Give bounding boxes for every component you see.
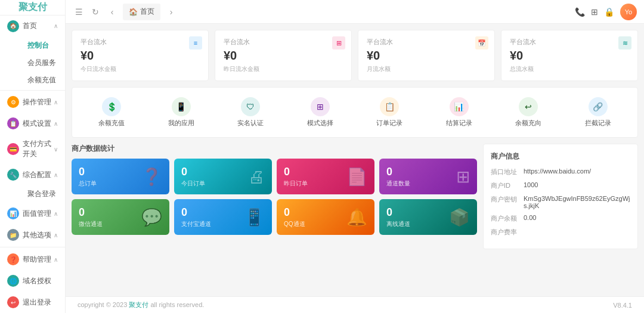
qn-setrecords[interactable]: 📊 结算记录	[426, 94, 493, 131]
sidebar-item-help[interactable]: ❓ 帮助管理 ∧	[0, 249, 65, 270]
stat-icon-3: ≋	[618, 36, 631, 49]
payment-icon: 💳	[7, 143, 19, 155]
sidebar-home-sub: 控制台 会员服务 余额充值	[0, 37, 65, 89]
operations-arrow: ∧	[54, 99, 58, 106]
topbar-back-btn[interactable]: ☰	[73, 6, 85, 18]
sidebar-group-other[interactable]: 📁 其他选项 ∧	[0, 224, 65, 246]
qn-realname[interactable]: 🛡 实名认证	[217, 94, 284, 131]
topbar-tab[interactable]: 🏠 首页	[123, 4, 160, 20]
sidebar-item-dashboard[interactable]: 控制台	[23, 37, 65, 54]
app-logo: 聚支付	[18, 1, 47, 14]
order-card-3: 0 通道数量 ⊞	[379, 159, 477, 194]
order-grid: 0 总订单 ❓ 0 今日订单 🖨 0	[72, 159, 477, 194]
stat-label-3: 平台流水	[510, 38, 629, 47]
qn-template[interactable]: ⊞ 模式选择	[287, 94, 354, 131]
sidebar-item-home[interactable]: 🏠 首页 ∧	[0, 16, 65, 37]
topbar-right: 📞 ⊞ 🔒 Yo	[575, 4, 637, 20]
topbar-nav-next[interactable]: ›	[165, 6, 177, 18]
stat-icon-0: ≡	[189, 36, 202, 49]
sidebar-item-domain[interactable]: 🌐 域名授权	[0, 270, 65, 292]
sidebar-item-membership[interactable]: 会员服务	[23, 54, 65, 72]
stat-label-0: 平台流水	[80, 38, 200, 47]
channel-card-0: 0 微信通道 💬	[72, 199, 169, 235]
sidebar-group-payment[interactable]: 💳 支付方式开关 ∨	[0, 134, 65, 164]
oc-val-0: 0	[79, 166, 97, 178]
qn-orders[interactable]: 📋 订单记录	[356, 94, 423, 131]
oc-label-0: 总订单	[79, 179, 97, 188]
topbar-refresh-btn[interactable]: ↻	[89, 6, 101, 18]
stat-icon-2: 📅	[475, 36, 488, 49]
stat-sub-3: 总流水额	[510, 65, 629, 73]
help-icon: ❓	[7, 253, 19, 265]
order-stats: 商户数据统计 0 总订单 ❓ 0 今日订单 🖨	[72, 144, 477, 249]
merchant-info-title: 商户信息	[491, 151, 630, 162]
sidebar-item-logout[interactable]: ↩ 退出登录	[0, 292, 65, 313]
stat-label-2: 平台流水	[367, 38, 486, 47]
topbar-phone-icon[interactable]: 📞	[575, 7, 585, 17]
oc-label-1: 今日订单	[181, 179, 205, 188]
oc-info-0: 0 总订单	[79, 166, 97, 188]
help-label: 帮助管理	[23, 255, 54, 265]
qn-myapp[interactable]: 📱 我的应用	[148, 94, 215, 131]
sidebar: 聚支付 🏠 首页 ∧ 控制台 会员服务 余额充值 ⚙ 操作管理 ∧ 📋 模式设置…	[0, 0, 66, 313]
channel-card-2: 0 QQ通道 🔔	[277, 199, 374, 235]
stat-card-2: 平台流水 ¥0 月流水额 📅	[358, 30, 495, 81]
oc-icon-3: ⊞	[456, 167, 470, 187]
face-icon: 📊	[7, 207, 19, 219]
sidebar-group-face[interactable]: 📊 面值管理 ∧	[0, 203, 65, 224]
qn-myapp-label: 我的应用	[168, 119, 194, 128]
stat-card-0: 平台流水 ¥0 今日流水金额 ≡	[72, 30, 209, 81]
qn-blockrecords-label: 拦截记录	[585, 119, 611, 128]
topbar-lock-icon[interactable]: 🔒	[604, 7, 614, 17]
user-avatar[interactable]: Yo	[620, 4, 637, 20]
order-card-2: 0 昨日订单 📄	[277, 159, 374, 194]
mi-row-3: 商户余额 0.00	[491, 214, 630, 223]
order-stats-title: 商户数据统计	[72, 144, 477, 154]
stat-amount-0: ¥0	[80, 49, 200, 63]
qn-template-label: 模式选择	[307, 119, 333, 128]
sidebar-group-template[interactable]: 📋 模式设置 ∧	[0, 113, 65, 134]
qn-refund[interactable]: ↩ 余额充向	[495, 94, 562, 131]
mi-val-3: 0.00	[524, 214, 536, 221]
topbar: ☰ ↻ ‹ 🏠 首页 › 📞 ⊞ 🔒 Yo	[66, 0, 644, 24]
stat-icon-1: ⊞	[332, 36, 345, 49]
qn-recharge[interactable]: 💲 余额充值	[78, 94, 145, 131]
home-arrow: ∧	[54, 23, 58, 29]
topbar-left: ☰ ↻ ‹ 🏠 首页 ›	[73, 4, 177, 20]
oc-icon-1: 🖨	[248, 167, 265, 187]
stat-label-1: 平台流水	[224, 38, 343, 47]
cc-val-1: 0	[181, 206, 211, 219]
topbar-grid-icon[interactable]: ⊞	[591, 7, 598, 17]
mi-key-2: 商户密钥	[491, 195, 524, 204]
stat-sub-2: 月流水额	[367, 65, 486, 73]
sidebar-group-operations[interactable]: ⚙ 操作管理 ∧	[0, 91, 65, 113]
order-card-0: 0 总订单 ❓	[72, 159, 169, 194]
payment-arrow: ∨	[54, 146, 58, 153]
qn-blockrecords[interactable]: 🔗 拦截记录	[565, 94, 632, 131]
stat-card-3: 平台流水 ¥0 总流水额 ≋	[501, 30, 638, 81]
logout-label: 退出登录	[23, 297, 58, 308]
stat-sub-0: 今日流水金额	[80, 65, 200, 73]
mi-val-0: https://www.baidu.com/	[524, 168, 591, 175]
qn-refund-label: 余额充向	[515, 119, 541, 128]
qn-myapp-icon: 📱	[172, 97, 191, 116]
sidebar-item-aggregate-login[interactable]: 聚合登录	[23, 185, 65, 203]
qn-setrecords-label: 结算记录	[446, 119, 472, 128]
middle-row: 商户数据统计 0 总订单 ❓ 0 今日订单 🖨	[72, 144, 638, 249]
operations-label: 操作管理	[23, 97, 54, 107]
topbar-nav-prev[interactable]: ‹	[106, 6, 118, 18]
footer-brand-link[interactable]: 聚支付	[129, 301, 148, 308]
oc-val-3: 0	[386, 166, 410, 178]
divider-2	[0, 247, 65, 247]
qn-refund-icon: ↩	[519, 97, 538, 116]
sidebar-item-recharge[interactable]: 余额充值	[23, 72, 65, 89]
mi-row-0: 插口地址 https://www.baidu.com/	[491, 168, 630, 176]
sidebar-logo: 聚支付	[0, 0, 65, 16]
mi-key-1: 商户ID	[491, 181, 524, 190]
sidebar-group-aggregate[interactable]: 🔧 综合配置 ∧	[0, 164, 65, 185]
topbar-tab-label: 首页	[140, 7, 154, 17]
stats-row: 平台流水 ¥0 今日流水金额 ≡ 平台流水 ¥0 昨日流水金额 ⊞ 平台流水 ¥…	[72, 30, 638, 81]
sidebar-aggregate-sub: 聚合登录	[0, 185, 65, 203]
mi-key-3: 商户余额	[491, 214, 524, 223]
stat-amount-3: ¥0	[510, 49, 629, 63]
